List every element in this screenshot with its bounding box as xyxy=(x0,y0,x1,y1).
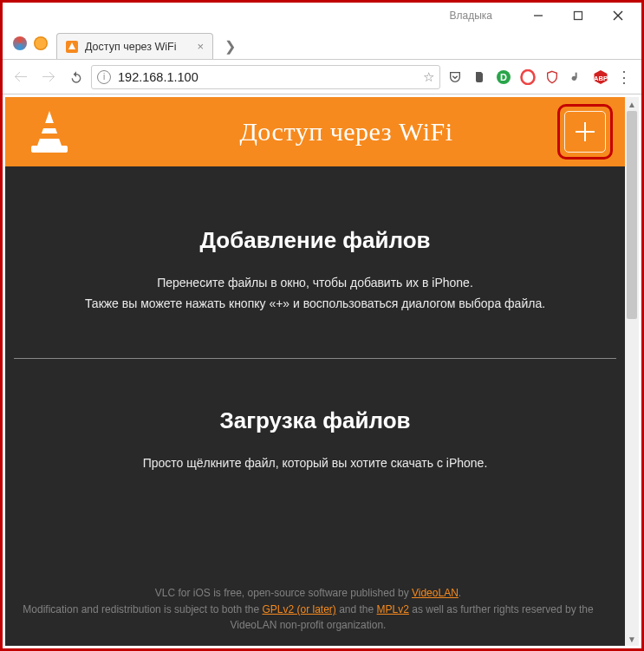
upload-section[interactable]: Добавление файлов Перенесите файлы в окн… xyxy=(5,166,625,358)
window-minimize-button[interactable] xyxy=(518,3,558,28)
vlc-favicon-icon xyxy=(66,41,78,53)
window-owner-label: Владыка xyxy=(450,10,493,22)
add-file-button[interactable] xyxy=(564,111,606,153)
nav-back-button[interactable]: 🡠 xyxy=(8,64,34,90)
vlc-cone-icon xyxy=(31,111,68,153)
url-text: 192.168.1.100 xyxy=(118,70,420,84)
vertical-scrollbar[interactable]: ▲ ▼ xyxy=(625,97,639,646)
green-extension-icon[interactable]: D xyxy=(494,68,513,87)
window-maximize-button[interactable] xyxy=(558,3,598,28)
orange-icon[interactable] xyxy=(34,36,48,50)
svg-text:ABP: ABP xyxy=(594,74,608,81)
page-title: Доступ через WiFi xyxy=(68,117,625,146)
footer-link-mpl[interactable]: MPLv2 xyxy=(377,603,409,615)
address-bar[interactable]: i 192.168.1.100 ☆ xyxy=(91,65,440,89)
nav-reload-button[interactable] xyxy=(63,64,89,90)
browser-tab[interactable]: Доступ через WiFi × xyxy=(56,33,213,59)
site-info-icon[interactable]: i xyxy=(97,70,111,84)
opera-extension-icon[interactable] xyxy=(518,68,537,87)
footer-link-gpl[interactable]: GPLv2 (or later) xyxy=(262,603,335,615)
upload-heading: Добавление файлов xyxy=(29,227,601,254)
toolbar: 🡠 🡢 i 192.168.1.100 ☆ D ABP ⋮ xyxy=(3,60,641,94)
svg-rect-8 xyxy=(576,72,577,78)
key-extension-icon[interactable] xyxy=(567,68,586,87)
add-button-highlight xyxy=(557,104,613,159)
browser-menu-button[interactable]: ⋮ xyxy=(612,75,636,80)
adblock-extension-icon[interactable]: ABP xyxy=(591,68,610,87)
svg-text:D: D xyxy=(500,72,507,82)
profile-icon[interactable] xyxy=(13,36,27,50)
tab-title: Доступ через WiFi xyxy=(85,41,176,53)
upload-text-2: Также вы можете нажать кнопку «+» и восп… xyxy=(29,294,601,315)
pocket-extension-icon[interactable] xyxy=(446,68,465,87)
tab-close-icon[interactable]: × xyxy=(197,40,204,53)
download-heading: Загрузка файлов xyxy=(29,407,601,434)
scroll-up-icon[interactable]: ▲ xyxy=(625,97,639,111)
svg-rect-1 xyxy=(575,12,582,20)
page-header: Доступ через WiFi xyxy=(5,97,625,166)
page-viewport: Доступ через WiFi Добавление файлов Пере… xyxy=(5,97,639,646)
page-footer: VLC for iOS is free, open-source softwar… xyxy=(5,576,611,646)
shield-extension-icon[interactable] xyxy=(543,68,562,87)
scroll-down-icon[interactable]: ▼ xyxy=(625,632,639,646)
upload-text-1: Перенесите файлы в окно, чтобы добавить … xyxy=(29,273,601,294)
bookmark-star-icon[interactable]: ☆ xyxy=(423,69,434,85)
nav-forward-button[interactable]: 🡢 xyxy=(36,64,62,90)
evernote-extension-icon[interactable] xyxy=(470,68,489,87)
download-text-1: Просто щёлкните файл, который вы хотите … xyxy=(29,453,601,474)
window-close-button[interactable] xyxy=(598,3,638,28)
tab-strip: Доступ через WiFi × ❯ xyxy=(3,29,641,60)
new-tab-button[interactable]: ❯ xyxy=(220,36,239,55)
download-section: Загрузка файлов Просто щёлкните файл, ко… xyxy=(5,359,625,526)
window-titlebar: Владыка xyxy=(3,3,641,29)
footer-link-videolan[interactable]: VideoLAN xyxy=(412,587,459,599)
svg-point-6 xyxy=(522,70,535,84)
scrollbar-thumb[interactable] xyxy=(627,111,637,319)
